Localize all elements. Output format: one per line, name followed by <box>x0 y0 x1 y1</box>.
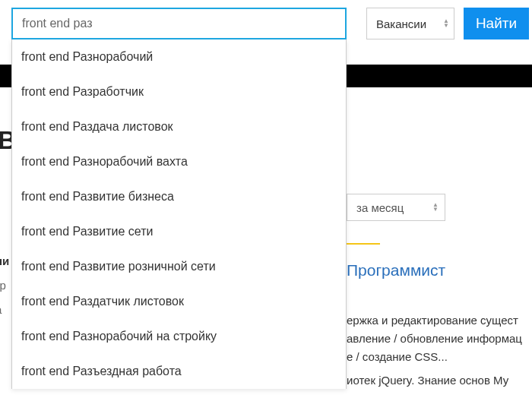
ac-item[interactable]: front end Разнорабочий на стройку <box>12 319 346 354</box>
vacancy-type-label: Вакансии <box>376 17 426 30</box>
sidebar-fragment: гр <box>0 279 6 292</box>
job-description-line: иотек jQuery. Знание основ Му <box>347 374 508 387</box>
ac-item[interactable]: front end Разнорабочий вахта <box>12 144 346 179</box>
vacancy-type-select[interactable]: Вакансии ▲▼ <box>366 8 454 39</box>
ac-item[interactable]: front end Раздатчик листовок <box>12 284 346 319</box>
period-select[interactable]: за месяц ▲▼ <box>347 194 445 221</box>
ac-item[interactable]: front end Развитие розничной сети <box>12 249 346 284</box>
updown-icon: ▲▼ <box>432 203 439 212</box>
ac-item[interactable]: front end Раздача листовок <box>12 109 346 144</box>
ac-item[interactable]: front end Развитие бизнеса <box>12 179 346 214</box>
ac-item[interactable]: front end Разъездная работа <box>12 354 346 389</box>
search-input[interactable] <box>11 8 347 39</box>
ac-item[interactable]: front end Разработчик <box>12 74 346 109</box>
sidebar-fragment: ни <box>0 254 9 267</box>
ac-item[interactable]: front end Разнорабочий <box>12 39 346 74</box>
job-title-link[interactable]: Программист <box>347 261 445 280</box>
ac-item[interactable]: front end Развитие сети <box>12 214 346 249</box>
updown-icon: ▲▼ <box>443 19 449 28</box>
sidebar-fragment: а <box>0 303 2 316</box>
search-button[interactable]: Найти <box>464 8 529 39</box>
job-description-line: ержка и редактирование сущест <box>347 314 518 327</box>
job-description-line: е / создание CSS... <box>347 350 448 363</box>
period-label: за месяц <box>356 201 404 214</box>
job-description-line: авление / обновление информац <box>347 332 522 345</box>
autocomplete-dropdown: front end Разнорабочий front end Разрабо… <box>11 39 347 389</box>
